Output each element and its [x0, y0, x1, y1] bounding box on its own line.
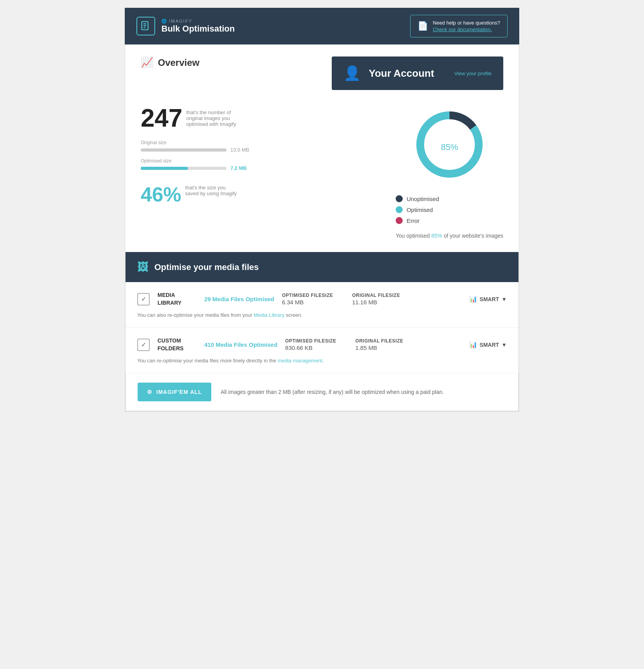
media-library-smart-btn[interactable]: 📊 SMART ▼: [469, 295, 507, 303]
unoptimised-dot: [396, 195, 403, 202]
optimised-size-label: Optimised size: [141, 158, 380, 164]
custom-folders-top: ✓ CUSTOMFOLDERS 410 Media Files Optimise…: [137, 337, 507, 352]
help-text-block: Need help or have questions? Check our d…: [433, 20, 500, 32]
chart-icon: 📈: [141, 56, 153, 69]
media-library-orig-size: ORIGINAL FILESIZE 11.16 MB: [352, 293, 414, 305]
media-library-files-opt: 29 Media Files Optimised: [204, 296, 274, 302]
media-library-note: You can also re-optimise your media file…: [137, 312, 507, 318]
brand: 🌐 IMAGIFY Bulk Optimisation: [161, 19, 235, 34]
legend-unoptimised: Unoptimised: [396, 195, 439, 202]
account-card: 👤 Your Account View your profile: [332, 56, 503, 90]
custom-folders-checkbox[interactable]: ✓: [137, 339, 150, 351]
optimised-progress-bar: [141, 167, 226, 170]
bar-chart-icon: 📊: [469, 295, 477, 303]
custom-folders-note: You can re-optimise your media files mor…: [137, 358, 507, 364]
header-left: 🌐 IMAGIFY Bulk Optimisation: [136, 17, 235, 35]
original-progress-fill: [141, 148, 226, 152]
overview-section: 📈 Overview 👤 Your Account View your prof…: [125, 45, 519, 252]
overview-left: 📈 Overview: [141, 56, 320, 72]
app-header: 🌐 IMAGIFY Bulk Optimisation 📄 Need help …: [125, 8, 519, 44]
custom-folders-smart-btn[interactable]: 📊 SMART ▼: [469, 341, 507, 348]
overview-content: 247 that's the number of original images…: [141, 106, 503, 240]
optimised-size-row: 7.2 MB: [141, 165, 380, 171]
media-management-link[interactable]: media management.: [278, 358, 324, 364]
progress-section: Original size 13.0 MB Optimised size: [141, 140, 380, 171]
doc-link[interactable]: Check our documentation.: [433, 26, 500, 32]
media-library-opt-size: OPTIMISED FILESIZE 6.34 MB: [282, 293, 344, 305]
help-box: 📄 Need help or have questions? Check our…: [410, 15, 508, 37]
donut-center: 85%: [441, 135, 458, 154]
help-text: Need help or have questions?: [433, 20, 500, 26]
savings-percent: 46%: [141, 184, 181, 205]
images-count: 247: [141, 106, 182, 131]
media-library-checkbox[interactable]: ✓: [137, 293, 150, 305]
brand-name: 🌐 IMAGIFY: [161, 19, 235, 24]
savings-desc: that's the size you saved by using Imagi…: [185, 185, 240, 196]
view-profile-link[interactable]: View your profile: [454, 71, 492, 76]
custom-folders-files-opt: 410 Media Files Optimised: [204, 341, 278, 348]
optimised-dot: [396, 206, 403, 213]
main-content: 📈 Overview 👤 Your Account View your prof…: [125, 44, 519, 412]
donut-legend: Unoptimised Optimised Error: [396, 195, 439, 224]
custom-folders-opt-size: OPTIMISED FILESIZE 830.66 KB: [285, 338, 348, 351]
imagifem-button[interactable]: ⚙ IMAGIF'EM ALL: [138, 383, 211, 401]
original-size-value: 13.0 MB: [230, 147, 249, 153]
media-section: 🖼 Optimise your media files ✓ MEDIALIBRA…: [125, 252, 519, 411]
custom-folders-label: CUSTOMFOLDERS: [157, 337, 196, 352]
media-header-icon: 🖼: [137, 261, 148, 274]
imagifem-bar: ⚙ IMAGIF'EM ALL All images greater than …: [126, 373, 518, 411]
images-desc: that's the number of original images you…: [186, 109, 249, 127]
custom-folders-orig-size: ORIGINAL FILESIZE 1.85 MB: [356, 338, 418, 351]
optimised-note: You optimised 85% of your website's imag…: [396, 232, 503, 240]
error-dot: [396, 217, 403, 224]
account-card-wrapper: 👤 Your Account View your profile: [332, 56, 503, 98]
media-library-row: ✓ MEDIALIBRARY 29 Media Files Optimised …: [126, 282, 518, 328]
overview-title: 📈 Overview: [141, 56, 320, 69]
custom-folders-row: ✓ CUSTOMFOLDERS 410 Media Files Optimise…: [126, 328, 518, 373]
account-title: Your Account: [369, 67, 446, 79]
account-icon: 👤: [343, 65, 361, 81]
donut-chart: 85%: [410, 106, 488, 184]
media-library-label: MEDIALIBRARY: [157, 291, 196, 307]
bar-chart-icon-2: 📊: [469, 341, 477, 348]
original-size-row: 13.0 MB: [141, 147, 380, 153]
legend-optimised: Optimised: [396, 206, 439, 213]
logo-icon: [136, 17, 155, 35]
media-library-top: ✓ MEDIALIBRARY 29 Media Files Optimised …: [137, 291, 507, 307]
doc-icon: 📄: [418, 21, 428, 31]
stats-column: 247 that's the number of original images…: [141, 106, 380, 205]
media-header: 🖼 Optimise your media files: [126, 252, 518, 282]
optimised-progress-fill: [141, 167, 188, 170]
legend-error: Error: [396, 217, 439, 224]
media-library-link[interactable]: Media Library: [254, 312, 285, 318]
media-section-title: Optimise your media files: [154, 262, 259, 272]
donut-area: 85% Unoptimised Optimised: [396, 106, 503, 240]
original-progress-bar: [141, 148, 226, 152]
gear-icon: ⚙: [147, 389, 152, 395]
imagifem-note: All images greater than 2 MB (after resi…: [221, 389, 444, 395]
original-size-label: Original size: [141, 140, 380, 145]
optimised-size-value: 7.2 MB: [230, 165, 247, 171]
page-title: Bulk Optimisation: [161, 24, 235, 34]
